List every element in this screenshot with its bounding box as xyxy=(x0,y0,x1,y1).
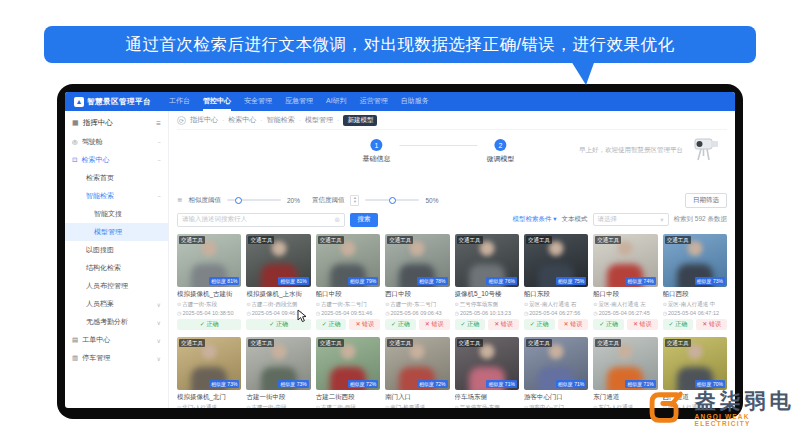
confidence-slider[interactable] xyxy=(365,199,419,201)
step-number: 1 xyxy=(370,139,382,151)
person-image[interactable]: 交通工具相似度 70% xyxy=(663,337,727,390)
breadcrumb-separator: · xyxy=(222,117,224,124)
refresh-icon[interactable]: ⟳ xyxy=(177,116,186,125)
nav-item[interactable]: 工作台 xyxy=(169,92,190,111)
category-select[interactable]: 请选择 ▾ xyxy=(593,213,669,226)
person-image[interactable]: 交通工具相似度 72% xyxy=(385,337,449,390)
person-image[interactable]: 交通工具相似度 71% xyxy=(524,337,588,390)
person-image[interactable]: 交通工具相似度 78% xyxy=(385,234,449,287)
wrong-button[interactable]: ✕ 错误 xyxy=(558,319,589,330)
sidebar-header[interactable]: ▦ 指挥中心 ≡ xyxy=(65,114,168,133)
search-input[interactable]: 请输入描述词搜索行人 ⊗ xyxy=(177,213,345,227)
person-image[interactable]: 交通工具相似度 72% xyxy=(316,337,380,390)
hamburger-icon[interactable]: ≡ xyxy=(156,119,161,128)
nav-item[interactable]: 管控中心 xyxy=(203,92,231,111)
person-card: 交通工具相似度 73%船口西段⊙景区-南人行通道 中◷2025-05-04 06… xyxy=(663,234,727,330)
breadcrumb-item[interactable]: 模型管理 xyxy=(305,115,333,125)
slider-icon: ≣ xyxy=(177,196,182,204)
correct-button[interactable]: ✓ 正确 xyxy=(455,319,486,330)
person-image[interactable]: 交通工具相似度 75% xyxy=(524,234,588,287)
sidebar-item[interactable]: 结构化检索 xyxy=(65,259,168,277)
sidebar-item-icon: ◎ xyxy=(72,138,78,146)
filter-row: ≣ 相似度阈值 20% 置信度阈值 ▲▼ 50% 日期筛选 xyxy=(177,192,727,208)
person-image[interactable]: 交通工具相似度 74% xyxy=(593,234,657,287)
sidebar-item[interactable]: ▥停车管理∨ xyxy=(65,349,168,367)
threshold-value: 20% xyxy=(287,197,300,204)
camera-name: 游客中心门口 xyxy=(524,393,588,402)
confidence-value: 50% xyxy=(425,197,438,204)
wrong-button[interactable]: ✕ 错误 xyxy=(419,319,450,330)
location-text: ⊙古建一街-中段 xyxy=(246,404,310,408)
clear-icon[interactable]: ⊗ xyxy=(334,216,340,224)
camera-name: 船口中段 xyxy=(593,290,657,299)
nav-item[interactable]: AI研判 xyxy=(326,92,347,111)
breadcrumb-item[interactable]: 指挥中心 xyxy=(190,115,218,125)
nav-item[interactable]: 自助服务 xyxy=(401,92,429,111)
correct-button[interactable]: ✓ 正确 xyxy=(177,319,241,330)
person-image[interactable]: 交通工具相似度 81% xyxy=(246,234,310,287)
timestamp: ◷2025-05-06 10:13:23 xyxy=(455,310,519,316)
timestamp: ◷2025-05-04 09:51:46 xyxy=(316,310,380,316)
similarity-badge: 相似度 75% xyxy=(556,277,586,285)
correct-button[interactable]: ✓ 正确 xyxy=(663,319,694,330)
confidence-stepper[interactable]: ▲▼ xyxy=(350,195,359,206)
similarity-badge: 相似度 76% xyxy=(486,277,516,285)
breadcrumb-item[interactable]: 检索中心 xyxy=(228,115,256,125)
sidebar-item[interactable]: 人员档案∨ xyxy=(65,295,168,313)
step-label: 微调模型 xyxy=(486,154,514,164)
pin-icon: ⊙ xyxy=(177,301,181,307)
date-filter-button[interactable]: 日期筛选 xyxy=(685,193,727,208)
sidebar-item[interactable]: 无感考勤分析∨ xyxy=(65,313,168,331)
timestamp: ◷2025-05-04 06:27:56 xyxy=(524,310,588,316)
person-card: 交通工具相似度 71%停车场东侧⊙三号停车场-东侧◷2025-05-06 09:… xyxy=(455,337,519,408)
chevron-icon: ∨ xyxy=(157,337,161,344)
wrong-button[interactable]: ✕ 错误 xyxy=(627,319,658,330)
category-tag: 交通工具 xyxy=(318,339,344,347)
person-image[interactable]: 交通工具相似度 81% xyxy=(177,234,241,287)
sidebar-item[interactable]: ⊡检索中心− xyxy=(65,151,168,169)
person-image[interactable]: 交通工具相似度 73% xyxy=(246,337,310,390)
nav-item[interactable]: 应急管理 xyxy=(285,92,313,111)
correct-button[interactable]: ✓ 正确 xyxy=(316,319,347,330)
sidebar-item[interactable]: ▤工单中心∨ xyxy=(65,331,168,349)
model-condition-link[interactable]: 模型检索条件 ▾ xyxy=(512,215,556,224)
person-image[interactable]: 交通工具相似度 76% xyxy=(455,234,519,287)
similarity-badge: 相似度 81% xyxy=(209,277,239,285)
app-body: ▦ 指挥中心 ≡ ◎驾驶舱−⊡检索中心−检索首页智能检索−智能文搜模型管理以图搜… xyxy=(65,111,735,408)
correct-button[interactable]: ✓ 正确 xyxy=(524,319,555,330)
correct-button[interactable]: ✓ 正确 xyxy=(593,319,624,330)
sidebar-item[interactable]: 以图搜图 xyxy=(65,241,168,259)
nav-item[interactable]: 运营管理 xyxy=(360,92,388,111)
person-image[interactable]: 交通工具相似度 79% xyxy=(316,234,380,287)
grid-icon: ▦ xyxy=(72,119,79,127)
person-image[interactable]: 交通工具相似度 71% xyxy=(593,337,657,390)
sidebar-item[interactable]: 智能检索− xyxy=(65,187,168,205)
pin-icon: ⊙ xyxy=(385,404,389,408)
camera-name: 古建二街西段 xyxy=(316,393,380,402)
threshold-slider[interactable] xyxy=(227,199,281,201)
person-image[interactable]: 交通工具相似度 73% xyxy=(663,234,727,287)
sidebar-item[interactable]: 检索首页 xyxy=(65,169,168,187)
person-image[interactable]: 交通工具相似度 73% xyxy=(177,337,241,390)
card-actions: ✓ 正确✕ 错误 xyxy=(663,319,727,330)
wrong-button[interactable]: ✕ 错误 xyxy=(349,319,380,330)
correct-button[interactable]: ✓ 正确 xyxy=(385,319,416,330)
sidebar-item[interactable]: ◎驾驶舱− xyxy=(65,133,168,151)
text-mode-label: 文本模式 xyxy=(562,215,588,224)
similarity-badge: 相似度 81% xyxy=(278,277,308,285)
search-button[interactable]: 搜索 xyxy=(350,213,378,227)
sidebar-item[interactable]: 人员布控管理 xyxy=(65,277,168,295)
person-card: 交通工具相似度 75%船口东段⊙景区-南人行通道 右◷2025-05-04 06… xyxy=(524,234,588,330)
pin-icon: ⊙ xyxy=(316,404,320,408)
nav-item[interactable]: 安全管理 xyxy=(244,92,272,111)
hero-section: 1基础信息2微调模型 早上好，欢迎使用智慧景区管理平台 xyxy=(177,130,727,192)
person-image[interactable]: 交通工具相似度 71% xyxy=(455,337,519,390)
wrong-button[interactable]: ✕ 错误 xyxy=(488,319,519,330)
wrong-button[interactable]: ✕ 错误 xyxy=(696,319,727,330)
sidebar-item[interactable]: 智能文搜 xyxy=(65,205,168,223)
camera-name: 船口中段 xyxy=(316,290,380,299)
sidebar-item[interactable]: 模型管理 xyxy=(65,223,168,241)
breadcrumb-item[interactable]: 智能检索 xyxy=(267,115,295,125)
category-tag: 交通工具 xyxy=(665,236,691,244)
camera-name: 模拟摄像机_古建街 xyxy=(177,290,241,299)
